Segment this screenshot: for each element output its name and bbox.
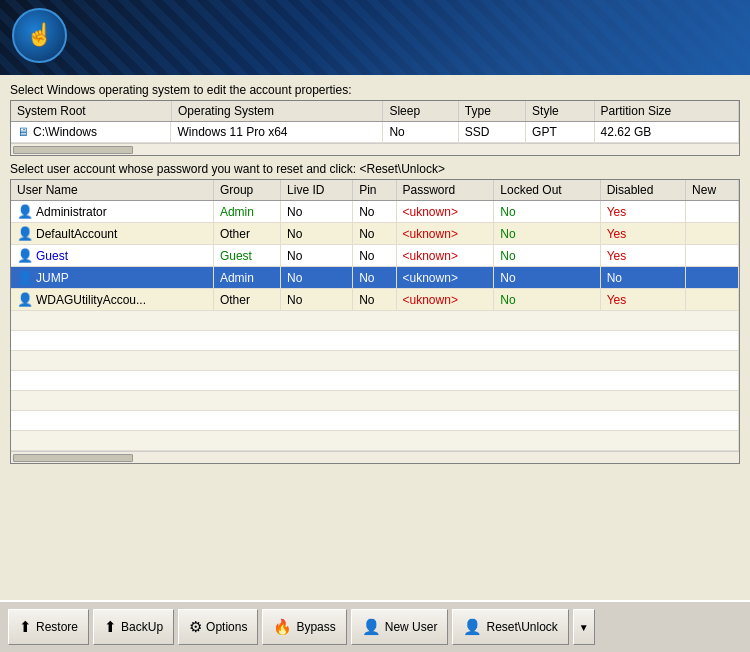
restore-label: Restore bbox=[36, 620, 78, 634]
user-cell-password: <uknown> bbox=[396, 245, 494, 267]
user-col-pin: Pin bbox=[353, 180, 396, 201]
user-col-locked: Locked Out bbox=[494, 180, 600, 201]
user-cell-name: 👤DefaultAccount bbox=[11, 223, 213, 245]
user-col-liveid: Live ID bbox=[281, 180, 353, 201]
os-table-wrapper: System Root Operating System Sleep Type … bbox=[10, 100, 740, 156]
user-cell-new bbox=[686, 289, 739, 311]
header-bg-pattern bbox=[0, 0, 750, 75]
reset-icon: 👤 bbox=[463, 618, 482, 636]
user-cell-liveid: No bbox=[281, 245, 353, 267]
bypass-icon: 🔥 bbox=[273, 618, 292, 636]
user-cell-liveid: No bbox=[281, 201, 353, 223]
user-table-wrapper: User Name Group Live ID Pin Password Loc… bbox=[10, 179, 740, 464]
user-cell-locked: No bbox=[494, 267, 600, 289]
user-cell-locked: No bbox=[494, 201, 600, 223]
backup-label: BackUp bbox=[121, 620, 163, 634]
header-logo-area bbox=[12, 8, 92, 68]
user-col-new: New bbox=[686, 180, 739, 201]
table-row[interactable]: 👤WDAGUtilityAccou... Other No No <uknown… bbox=[11, 289, 739, 311]
header-banner bbox=[0, 0, 750, 75]
user-col-name: User Name bbox=[11, 180, 213, 201]
user-cell-name: 👤WDAGUtilityAccou... bbox=[11, 289, 213, 311]
user-col-group: Group bbox=[213, 180, 280, 201]
user-cell-pin: No bbox=[353, 267, 396, 289]
bottom-toolbar: ⬆ Restore ⬆ BackUp ⚙ Options 🔥 Bypass 👤 … bbox=[0, 600, 750, 652]
main-content: Select Windows operating system to edit … bbox=[0, 75, 750, 600]
user-cell-name: 👤Administrator bbox=[11, 201, 213, 223]
os-section-label: Select Windows operating system to edit … bbox=[10, 83, 740, 97]
os-col-sleep: Sleep bbox=[383, 101, 458, 122]
user-cell-locked: No bbox=[494, 245, 600, 267]
os-col-style: Style bbox=[526, 101, 594, 122]
dropdown-arrow-button[interactable]: ▼ bbox=[573, 609, 595, 645]
user-cell-disabled: Yes bbox=[600, 289, 685, 311]
new-user-label: New User bbox=[385, 620, 438, 634]
table-row-empty bbox=[11, 431, 739, 451]
reset-unlock-label: Reset\Unlock bbox=[486, 620, 557, 634]
user-col-password: Password bbox=[396, 180, 494, 201]
table-row[interactable]: 👤Guest Guest No No <uknown> No Yes bbox=[11, 245, 739, 267]
os-cell-os: Windows 11 Pro x64 bbox=[171, 122, 382, 143]
os-scrollbar-thumb[interactable] bbox=[13, 146, 133, 154]
backup-icon: ⬆ bbox=[104, 618, 117, 636]
os-table-header: System Root Operating System Sleep Type … bbox=[11, 101, 739, 122]
options-button[interactable]: ⚙ Options bbox=[178, 609, 258, 645]
table-row[interactable]: 👤JUMP Admin No No <uknown> No No bbox=[11, 267, 739, 289]
user-cell-locked: No bbox=[494, 289, 600, 311]
user-icon-guest: 👤 bbox=[17, 248, 33, 263]
reset-unlock-button[interactable]: 👤 Reset\Unlock bbox=[452, 609, 568, 645]
table-row-empty bbox=[11, 311, 739, 331]
user-cell-pin: No bbox=[353, 201, 396, 223]
restore-icon: ⬆ bbox=[19, 618, 32, 636]
user-cell-liveid: No bbox=[281, 289, 353, 311]
user-cell-disabled: Yes bbox=[600, 223, 685, 245]
os-cell-partition: 42.62 GB bbox=[594, 122, 738, 143]
user-icon-administrator: 👤 bbox=[17, 204, 33, 219]
table-row-empty bbox=[11, 371, 739, 391]
user-cell-group: Guest bbox=[213, 245, 280, 267]
os-scrollbar[interactable] bbox=[11, 143, 739, 155]
user-icon-jump: 👤 bbox=[17, 270, 33, 285]
user-scrollbar-thumb[interactable] bbox=[13, 454, 133, 462]
table-row[interactable]: 👤DefaultAccount Other No No <uknown> No … bbox=[11, 223, 739, 245]
user-cell-new bbox=[686, 223, 739, 245]
backup-button[interactable]: ⬆ BackUp bbox=[93, 609, 174, 645]
user-section: Select user account whose password you w… bbox=[10, 162, 740, 464]
user-table: User Name Group Live ID Pin Password Loc… bbox=[11, 180, 739, 451]
user-cell-password: <uknown> bbox=[396, 223, 494, 245]
user-section-label: Select user account whose password you w… bbox=[10, 162, 740, 176]
bypass-label: Bypass bbox=[296, 620, 335, 634]
user-icon-defaultaccount: 👤 bbox=[17, 226, 33, 241]
user-cell-group: Admin bbox=[213, 201, 280, 223]
os-col-systemroot: System Root bbox=[11, 101, 171, 122]
user-cell-group: Admin bbox=[213, 267, 280, 289]
user-scrollbar[interactable] bbox=[11, 451, 739, 463]
os-table-row[interactable]: 🖥 C:\Windows Windows 11 Pro x64 No SSD G… bbox=[11, 122, 739, 143]
table-row-empty bbox=[11, 411, 739, 431]
user-cell-new bbox=[686, 245, 739, 267]
user-cell-name: 👤JUMP bbox=[11, 267, 213, 289]
user-table-header: User Name Group Live ID Pin Password Loc… bbox=[11, 180, 739, 201]
os-col-os: Operating System bbox=[171, 101, 382, 122]
table-row-empty bbox=[11, 331, 739, 351]
bypass-button[interactable]: 🔥 Bypass bbox=[262, 609, 346, 645]
user-cell-group: Other bbox=[213, 223, 280, 245]
os-cell-sleep: No bbox=[383, 122, 458, 143]
new-user-button[interactable]: 👤 New User bbox=[351, 609, 449, 645]
user-cell-name: 👤Guest bbox=[11, 245, 213, 267]
restore-button[interactable]: ⬆ Restore bbox=[8, 609, 89, 645]
options-icon: ⚙ bbox=[189, 618, 202, 636]
user-icon-wdag: 👤 bbox=[17, 292, 33, 307]
os-section: Select Windows operating system to edit … bbox=[10, 83, 740, 156]
user-cell-pin: No bbox=[353, 245, 396, 267]
os-drive-icon: 🖥 bbox=[17, 125, 29, 139]
os-col-type: Type bbox=[458, 101, 525, 122]
user-cell-new bbox=[686, 201, 739, 223]
table-row-empty bbox=[11, 391, 739, 411]
user-cell-liveid: No bbox=[281, 267, 353, 289]
user-cell-disabled: Yes bbox=[600, 201, 685, 223]
user-cell-pin: No bbox=[353, 289, 396, 311]
os-col-partition: Partition Size bbox=[594, 101, 738, 122]
user-cell-locked: No bbox=[494, 223, 600, 245]
table-row[interactable]: 👤Administrator Admin No No <uknown> No Y… bbox=[11, 201, 739, 223]
